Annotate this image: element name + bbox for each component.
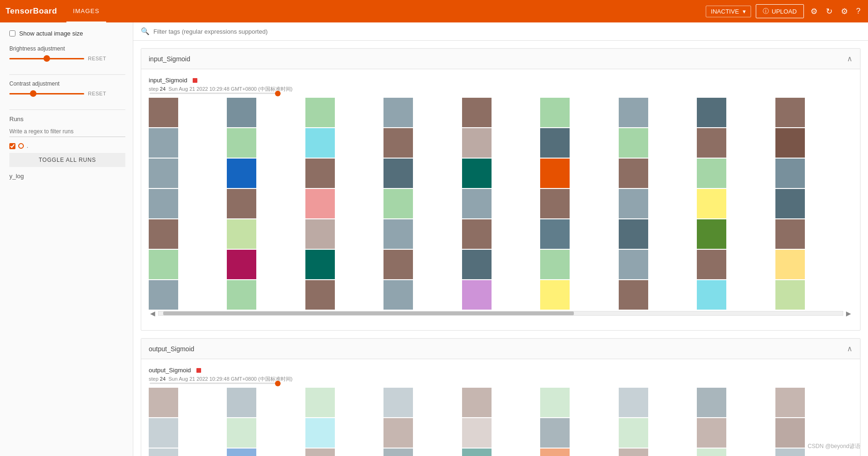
input-sigmoid-header: input_Sigmoid ∧ — [141, 49, 860, 69]
image-cell — [540, 418, 570, 448]
image-cell — [305, 219, 335, 249]
inactive-dropdown[interactable]: INACTIVE ▾ — [706, 6, 751, 17]
image-cell — [149, 388, 178, 417]
output-sigmoid-section: output_Sigmoid ∧ output_Sigmoid step 24 … — [141, 338, 861, 456]
image-cell — [462, 219, 492, 249]
show-actual-size-checkbox[interactable] — [9, 30, 15, 36]
image-cell — [149, 449, 178, 456]
image-cell — [775, 388, 805, 417]
image-cell — [305, 250, 335, 279]
inactive-label: INACTIVE — [711, 8, 739, 15]
image-cell — [540, 219, 570, 249]
image-cell — [540, 98, 570, 127]
panel-title-input: input_Sigmoid — [149, 77, 187, 84]
image-cell — [697, 159, 726, 188]
input-sigmoid-panel-header: input_Sigmoid — [149, 77, 853, 84]
image-cell — [697, 189, 726, 218]
image-cell — [305, 280, 335, 310]
grid-next-btn-input[interactable]: ▶ — [845, 310, 852, 317]
image-grid-output — [149, 388, 853, 456]
nav-tabs: IMAGES — [66, 0, 106, 22]
settings-icon-btn[interactable]: ⚙ — [809, 5, 819, 18]
brightness-reset-btn[interactable]: RESET — [88, 56, 106, 61]
contrast-reset-btn[interactable]: RESET — [88, 91, 106, 96]
more-settings-icon-btn[interactable]: ⚙ — [839, 5, 850, 18]
image-grid-input: ◀ ▶ — [149, 98, 853, 317]
image-cell — [775, 189, 805, 218]
upload-button[interactable]: ⓘ UPLOAD — [756, 4, 803, 18]
image-cell — [305, 449, 335, 456]
image-cell — [619, 219, 648, 249]
image-cell — [619, 189, 648, 218]
image-cell — [462, 128, 492, 158]
image-cell — [227, 250, 256, 279]
image-cell — [383, 159, 413, 188]
contrast-label: Contrast adjustment — [9, 80, 125, 87]
image-cell — [227, 189, 256, 218]
image-cell — [227, 388, 256, 417]
run-color-dot — [18, 143, 24, 149]
input-sigmoid-collapse-btn[interactable]: ∧ — [847, 54, 853, 63]
image-cell — [149, 280, 178, 310]
panel-color-dot-output — [196, 368, 201, 373]
image-cell — [540, 388, 570, 417]
filter-bar: 🔍 — [133, 22, 868, 41]
panel-color-dot-input — [193, 78, 197, 83]
image-cell — [383, 449, 413, 456]
image-cell — [540, 280, 570, 310]
image-cell — [697, 388, 726, 417]
step-slider-container-output — [149, 383, 853, 384]
grid-prev-btn-input[interactable]: ◀ — [149, 310, 156, 317]
y-log-label: y_log — [9, 173, 125, 180]
image-cell — [305, 388, 335, 417]
contrast-slider-row: RESET — [9, 91, 125, 96]
app-logo: TensorBoard — [6, 7, 57, 16]
runs-title: Runs — [9, 116, 125, 123]
image-cell — [619, 159, 648, 188]
runs-section: Runs . TOGGLE ALL RUNS y_log — [9, 116, 125, 180]
image-cell — [540, 128, 570, 158]
tab-images[interactable]: IMAGES — [66, 0, 106, 22]
image-cell — [149, 219, 178, 249]
image-cell — [227, 280, 256, 310]
step-slider-input[interactable] — [150, 93, 281, 94]
image-cell — [383, 219, 413, 249]
image-cell — [619, 280, 648, 310]
image-cell — [383, 98, 413, 127]
image-cell — [149, 418, 178, 448]
image-cell — [305, 128, 335, 158]
image-cell — [383, 189, 413, 218]
image-grid-cells-input — [149, 98, 853, 310]
brightness-slider[interactable] — [9, 58, 84, 59]
image-cell — [149, 128, 178, 158]
image-cell — [305, 189, 335, 218]
input-sigmoid-panel: input_Sigmoid step 24 Sun Aug 21 2022 10… — [149, 77, 853, 317]
input-sigmoid-body: input_Sigmoid step 24 Sun Aug 21 2022 10… — [141, 69, 860, 330]
image-cell — [305, 418, 335, 448]
step-slider-container-input — [149, 93, 853, 94]
run-checkbox[interactable] — [9, 143, 15, 149]
upload-info-icon: ⓘ — [763, 7, 769, 15]
image-cell — [775, 449, 805, 456]
image-cell — [462, 418, 492, 448]
show-actual-size-label: Show actual image size — [19, 30, 83, 37]
image-cell — [383, 250, 413, 279]
input-sigmoid-section: input_Sigmoid ∧ input_Sigmoid step 24 Su… — [141, 48, 861, 331]
contrast-slider[interactable] — [9, 93, 84, 94]
image-cell — [697, 250, 726, 279]
image-cell — [383, 280, 413, 310]
topbar-right: INACTIVE ▾ ⓘ UPLOAD ⚙ ↻ ⚙ ? — [706, 4, 862, 18]
image-cell — [775, 250, 805, 279]
image-cell — [619, 388, 648, 417]
help-icon-btn[interactable]: ? — [854, 5, 862, 18]
image-cell — [149, 98, 178, 127]
image-cell — [383, 418, 413, 448]
filter-tags-input[interactable] — [153, 28, 861, 35]
refresh-icon-btn[interactable]: ↻ — [824, 5, 834, 18]
brightness-slider-row: RESET — [9, 56, 125, 61]
toggle-all-runs-button[interactable]: TOGGLE ALL RUNS — [9, 153, 125, 167]
panel-title-output: output_Sigmoid — [149, 367, 191, 374]
output-sigmoid-collapse-btn[interactable]: ∧ — [847, 344, 853, 353]
runs-filter-input[interactable] — [9, 126, 125, 137]
step-slider-output[interactable] — [150, 383, 281, 384]
